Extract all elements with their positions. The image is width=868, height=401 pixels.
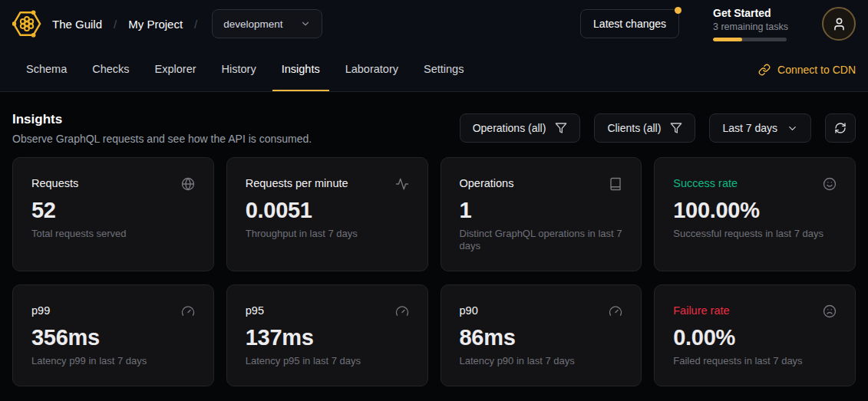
get-started-title: Get Started xyxy=(713,7,788,20)
tab-insights[interactable]: Insights xyxy=(272,48,329,91)
breadcrumb-project[interactable]: My Project xyxy=(128,18,183,31)
card-value: 100.00% xyxy=(673,197,837,223)
target-selector-value: development xyxy=(223,18,282,30)
filter-funnel-icon xyxy=(555,122,567,134)
tab-explorer[interactable]: Explorer xyxy=(146,48,206,91)
breadcrumb-org[interactable]: The Guild xyxy=(52,18,102,31)
topbar: The Guild / My Project / development Lat… xyxy=(0,0,868,48)
card-value: 0.00% xyxy=(673,324,837,350)
requests-per-minute-card: Requests per minute 0.0051 Throughput in… xyxy=(226,157,428,271)
card-title: Requests xyxy=(31,176,78,190)
main-content: Insights Observe GraphQL requests and se… xyxy=(0,92,868,386)
card-value: 356ms xyxy=(31,324,195,350)
get-started-progress-track xyxy=(713,38,787,41)
card-value: 86ms xyxy=(460,324,623,350)
card-value: 52 xyxy=(31,197,195,223)
p90-latency-card: p90 86ms Latency p90 in last 7 days xyxy=(441,284,642,386)
refresh-button[interactable] xyxy=(825,113,856,143)
card-title: Success rate xyxy=(673,176,738,190)
card-value: 137ms xyxy=(246,324,409,350)
card-caption: Failed requests in last 7 days xyxy=(673,355,837,367)
link-icon xyxy=(758,64,771,76)
operations-filter-label: Operations (all) xyxy=(473,122,546,134)
card-caption: Latency p99 in last 7 days xyxy=(31,355,195,367)
operations-card: Operations 1 Distinct GraphQL operations… xyxy=(441,157,642,271)
user-icon xyxy=(832,17,847,31)
gauge-icon xyxy=(395,304,409,318)
user-avatar-button[interactable] xyxy=(822,7,856,41)
connect-to-cdn-link[interactable]: Connect to CDN xyxy=(758,48,856,91)
card-title: p99 xyxy=(31,304,50,317)
card-caption: Latency p95 in last 7 days xyxy=(246,355,409,367)
p95-latency-card: p95 137ms Latency p95 in last 7 days xyxy=(226,284,428,386)
period-selector-dropdown[interactable]: Last 7 days xyxy=(709,113,811,143)
book-icon xyxy=(609,177,622,191)
filter-funnel-icon xyxy=(670,122,682,134)
card-title: p90 xyxy=(460,304,478,317)
frown-icon xyxy=(823,304,837,318)
tab-history[interactable]: History xyxy=(213,48,266,91)
clients-filter-button[interactable]: Clients (all) xyxy=(594,113,695,143)
card-caption: Total requests served xyxy=(31,228,195,240)
breadcrumb-separator: / xyxy=(114,18,117,31)
clients-filter-label: Clients (all) xyxy=(607,122,661,134)
card-title: p95 xyxy=(246,304,264,317)
page-subtitle: Observe GraphQL requests and see how the… xyxy=(12,133,312,145)
page-title: Insights xyxy=(12,112,312,127)
tabs: Schema Checks Explorer History Insights … xyxy=(17,48,473,91)
card-value: 1 xyxy=(460,197,623,223)
failure-rate-card: Failure rate 0.00% Failed requests in la… xyxy=(654,284,856,386)
card-caption: Distinct GraphQL operations in last 7 da… xyxy=(460,228,623,252)
tab-navigation: Schema Checks Explorer History Insights … xyxy=(0,48,868,92)
refresh-icon xyxy=(834,122,847,134)
tab-checks[interactable]: Checks xyxy=(83,48,138,91)
tab-schema[interactable]: Schema xyxy=(17,48,76,91)
card-value: 0.0051 xyxy=(246,197,409,223)
operations-filter-button[interactable]: Operations (all) xyxy=(460,113,581,143)
page-header: Insights Observe GraphQL requests and se… xyxy=(0,92,868,157)
globe-icon xyxy=(181,177,195,191)
card-caption: Throughput in last 7 days xyxy=(246,228,409,240)
smile-icon xyxy=(823,177,837,191)
filters-toolbar: Operations (all) Clients (all) Last 7 da… xyxy=(460,113,856,143)
p99-latency-card: p99 356ms Latency p99 in last 7 days xyxy=(12,284,214,386)
activity-icon xyxy=(395,177,409,191)
latest-changes-button[interactable]: Latest changes xyxy=(580,9,679,38)
card-caption: Successful requests in last 7 days xyxy=(673,228,837,240)
gauge-icon xyxy=(181,304,195,318)
tab-settings[interactable]: Settings xyxy=(414,48,473,91)
chevron-down-icon xyxy=(787,123,798,134)
requests-card: Requests 52 Total requests served xyxy=(12,157,214,271)
period-selector-value: Last 7 days xyxy=(722,122,777,134)
tab-laboratory[interactable]: Laboratory xyxy=(336,48,408,91)
card-caption: Latency p90 in last 7 days xyxy=(460,355,623,367)
get-started-progress-fill xyxy=(713,38,742,41)
card-title: Operations xyxy=(460,176,514,190)
card-title: Failure rate xyxy=(673,304,729,317)
card-title: Requests per minute xyxy=(246,176,348,190)
get-started-subtitle: 3 remaining tasks xyxy=(713,21,788,33)
breadcrumb-separator: / xyxy=(194,18,197,31)
get-started-widget[interactable]: Get Started 3 remaining tasks xyxy=(713,7,788,41)
metric-cards-grid: Requests 52 Total requests served Reques… xyxy=(12,157,856,386)
gauge-icon xyxy=(609,304,622,318)
hive-hexagon-logo-icon[interactable] xyxy=(12,9,41,38)
notification-dot xyxy=(675,7,682,14)
success-rate-card: Success rate 100.00% Successful requests… xyxy=(654,157,856,271)
latest-changes-label: Latest changes xyxy=(593,18,666,30)
chevron-down-icon xyxy=(300,18,311,29)
connect-to-cdn-label: Connect to CDN xyxy=(777,64,856,76)
target-selector-dropdown[interactable]: development xyxy=(212,9,322,38)
